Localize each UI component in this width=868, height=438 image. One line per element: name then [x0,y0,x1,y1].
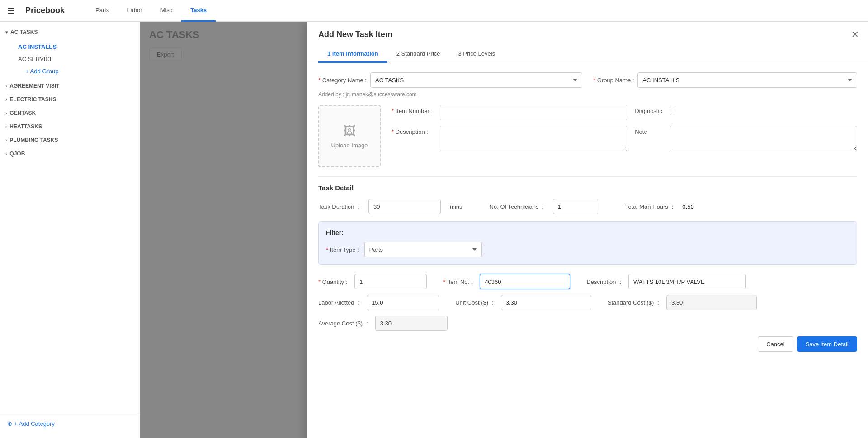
top-nav-tabs: Parts Labor Misc Tasks [86,0,216,22]
upload-image-label: Upload Image [331,142,368,149]
chevron-right-icon: › [5,97,7,102]
modal-title: Add New Task Item [318,30,857,39]
modal-overlay: Add New Task Item ✕ 1 Item Information 2… [140,22,868,438]
mins-label: mins [450,203,462,210]
sidebar-category-plumbing-tasks: › PLUMBING TASKS [0,133,140,147]
standard-cost-input[interactable] [666,295,757,310]
average-cost-input[interactable] [375,316,448,331]
sidebar-category-label: ELECTRIC TASKS [9,96,56,103]
sidebar-category-label: AC TASKS [10,29,38,35]
sidebar-category-electric-tasks: › ELECTRIC TASKS [0,93,140,106]
note-label: Note [635,126,662,135]
chevron-right-icon: › [5,124,7,129]
sidebar-category-ac-tasks: ▾ AC TASKS AC INSTALLS AC SERVICE + Add … [0,25,140,79]
chevron-down-icon: ▾ [5,30,8,35]
save-item-detail-button[interactable]: Save Item Detail [797,336,857,352]
sidebar-category-label: HEATTASKS [9,123,42,130]
quantity-label: * Quantity : [318,278,347,285]
labor-allotted-input[interactable] [367,295,439,310]
tab-tasks[interactable]: Tasks [181,0,216,22]
chevron-right-icon: › [5,151,7,156]
added-by-text: Added by : jrumanek@successware.com [318,91,857,98]
group-name-label: * Group Name : [593,77,634,84]
sidebar-item-ac-installs[interactable]: AC INSTALLS [13,41,140,53]
description2-input[interactable] [628,274,746,289]
item-no-input[interactable] [480,274,570,289]
modal-close-button[interactable]: ✕ [851,29,859,40]
item-number-input[interactable] [440,105,627,120]
add-group-button[interactable]: + Add Group [13,65,140,77]
chevron-right-icon: › [5,138,7,143]
plus-icon: ⊕ [7,420,12,427]
description2-label: Description [586,278,616,285]
description-input[interactable] [440,126,627,151]
add-category-button[interactable]: ⊕ + Add Category [7,418,132,430]
modal-tabs: 1 Item Information 2 Standard Price 3 Pr… [318,46,857,63]
no-technicians-label: No. Of Technicians [490,203,539,210]
modal-tab-standard-price[interactable]: 2 Standard Price [387,46,449,63]
tab-parts[interactable]: Parts [86,0,118,22]
unit-cost-label: Unit Cost ($) [455,299,488,306]
category-name-select[interactable]: AC TASKS [370,72,582,88]
filter-title: Filter: [326,229,849,236]
item-number-label: * Item Number : [392,105,433,114]
sidebar: ▾ AC TASKS AC INSTALLS AC SERVICE + Add … [0,22,140,438]
diagnostic-checkbox[interactable] [670,108,675,113]
unit-cost-input[interactable] [501,295,591,310]
average-cost-label: Average Cost ($) [318,320,363,327]
sidebar-category-label: QJOB [9,151,25,157]
diagnostic-label: Diagnostic [635,105,662,114]
sidebar-category-agreement-visit: › AGREEMENT VISIT [0,79,140,93]
item-type-label: * Item Type : [326,246,359,253]
image-upload-icon: 🖼 [343,123,356,138]
description-label: * Description : [392,126,433,135]
sidebar-category-header-agreement[interactable]: › AGREEMENT VISIT [0,79,140,93]
sidebar-group-ac-installs: AC INSTALLS AC SERVICE + Add Group [0,39,140,79]
category-name-label: * Category Name : [318,77,367,84]
item-no-label: * Item No. : [443,278,472,285]
standard-cost-label: Standard Cost ($) [608,299,654,306]
chevron-right-icon: › [5,84,7,89]
tab-labor[interactable]: Labor [118,0,151,22]
add-category-label: + Add Category [14,420,55,427]
content-area: AC TASKS Export Add New Task Item ✕ 1 It… [140,22,868,438]
total-man-hours-label: Total Man Hours [625,203,668,210]
total-man-hours-value: 0.50 [682,203,693,210]
sidebar-category-label: AGREEMENT VISIT [9,83,59,89]
sidebar-category-header-electric[interactable]: › ELECTRIC TASKS [0,93,140,106]
sidebar-category-qjob: › QJOB [0,147,140,160]
item-type-select[interactable]: Parts Labor Misc [364,242,482,257]
sidebar-category-header-gentask[interactable]: › GENTASK [0,106,140,120]
group-name-select[interactable]: AC INSTALLS [637,72,857,88]
sidebar-category-label: GENTASK [9,110,36,116]
sidebar-category-header-qjob[interactable]: › QJOB [0,147,140,160]
cancel-item-button[interactable]: Cancel [758,336,793,352]
note-input[interactable] [670,126,857,151]
modal-tab-price-levels[interactable]: 3 Price Levels [449,46,505,63]
modal-tab-item-information[interactable]: 1 Item Information [318,46,387,63]
sidebar-category-label: PLUMBING TASKS [9,137,58,143]
chevron-right-icon: › [5,111,7,116]
sidebar-category-gentask: › GENTASK [0,106,140,120]
sidebar-category-header-plumbing[interactable]: › PLUMBING TASKS [0,133,140,147]
filter-section: Filter: * Item Type : Parts Labor Misc [318,221,857,265]
sidebar-category-header-ac-tasks[interactable]: ▾ AC TASKS [0,25,140,39]
task-detail-title: Task Detail [318,184,857,192]
upload-image-button[interactable]: 🖼 Upload Image [318,105,381,167]
task-duration-label: Task Duration [318,203,354,210]
modal-add-task-item: Add New Task Item ✕ 1 Item Information 2… [307,22,868,438]
labor-allotted-label: Labor Allotted [318,299,354,306]
no-technicians-input[interactable] [553,199,598,214]
app-title: Pricebook [25,6,65,15]
quantity-input[interactable] [354,274,427,289]
task-duration-input[interactable] [368,199,441,214]
sidebar-category-header-heattasks[interactable]: › HEATTASKS [0,120,140,133]
sidebar-item-ac-service[interactable]: AC SERVICE [13,53,140,65]
sidebar-category-heattasks: › HEATTASKS [0,120,140,133]
tab-misc[interactable]: Misc [151,0,182,22]
hamburger-icon[interactable]: ☰ [7,6,14,16]
